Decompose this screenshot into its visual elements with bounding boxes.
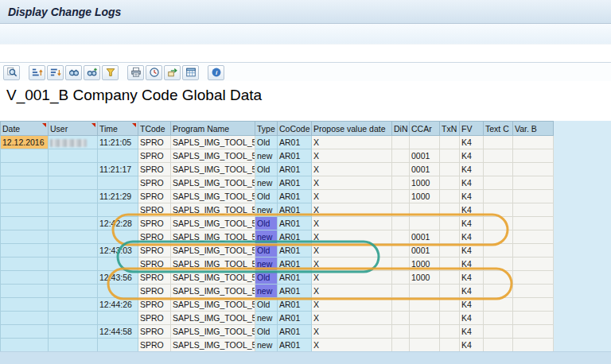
- cell-propose[interactable]: X: [312, 217, 392, 230]
- cell-cocode[interactable]: AR01: [278, 230, 312, 244]
- column-header-textc[interactable]: Text C: [484, 122, 513, 136]
- cell-date[interactable]: [1, 271, 49, 285]
- cell-din[interactable]: [392, 285, 410, 298]
- cell-tcode[interactable]: SPRO: [138, 244, 171, 258]
- cell-type[interactable]: new: [255, 258, 278, 271]
- cell-ccar[interactable]: [410, 203, 440, 217]
- cell-program[interactable]: SAPLS_IMG_TOOL_5: [171, 190, 255, 203]
- cell-propose[interactable]: X: [312, 339, 392, 352]
- cell-date[interactable]: [1, 298, 49, 312]
- cell-textc[interactable]: [484, 285, 513, 298]
- cell-user[interactable]: [49, 149, 98, 163]
- cell-fv[interactable]: K4: [460, 149, 484, 163]
- cell-ccar[interactable]: [410, 312, 440, 325]
- cell-type[interactable]: Old: [255, 190, 278, 203]
- cell-type[interactable]: new: [255, 230, 278, 244]
- cell-varb[interactable]: [513, 244, 554, 258]
- cell-propose[interactable]: X: [312, 271, 392, 285]
- cell-propose[interactable]: X: [312, 244, 392, 258]
- cell-user[interactable]: [49, 176, 98, 190]
- cell-din[interactable]: [392, 325, 410, 339]
- cell-propose[interactable]: X: [312, 163, 392, 176]
- export-button[interactable]: [164, 65, 181, 80]
- cell-fv[interactable]: K4: [460, 217, 484, 230]
- cell-varb[interactable]: [513, 271, 554, 285]
- cell-date[interactable]: [1, 217, 49, 230]
- cell-type[interactable]: Old: [255, 217, 278, 230]
- info-button[interactable]: i: [208, 65, 224, 80]
- cell-cocode[interactable]: AR01: [278, 136, 312, 149]
- cell-user[interactable]: [49, 190, 98, 203]
- cell-cocode[interactable]: AR01: [278, 271, 312, 285]
- cell-tcode[interactable]: SPRO: [138, 217, 171, 230]
- cell-propose[interactable]: X: [312, 176, 392, 190]
- cell-fv[interactable]: K4: [460, 136, 484, 149]
- cell-din[interactable]: [392, 298, 410, 312]
- cell-time[interactable]: [98, 203, 138, 217]
- cell-varb[interactable]: [513, 339, 554, 352]
- cell-din[interactable]: [392, 312, 410, 325]
- cell-type[interactable]: new: [255, 285, 278, 298]
- cell-tcode[interactable]: SPRO: [138, 190, 171, 203]
- cell-propose[interactable]: X: [312, 325, 392, 339]
- cell-txn[interactable]: [440, 298, 460, 312]
- cell-varb[interactable]: [513, 149, 554, 163]
- cell-fv[interactable]: K4: [460, 325, 484, 339]
- cell-type[interactable]: Old: [255, 298, 278, 312]
- cell-tcode[interactable]: SPRO: [138, 258, 171, 271]
- column-header-din[interactable]: DiN: [392, 122, 410, 136]
- cell-date[interactable]: [1, 149, 49, 163]
- cell-date[interactable]: [1, 203, 49, 217]
- cell-program[interactable]: SAPLS_IMG_TOOL_5: [171, 285, 255, 298]
- cell-textc[interactable]: [484, 258, 513, 271]
- cell-type[interactable]: Old: [255, 271, 278, 285]
- cell-varb[interactable]: [513, 163, 554, 176]
- cell-user[interactable]: [49, 285, 98, 298]
- cell-txn[interactable]: [440, 312, 460, 325]
- cell-textc[interactable]: [484, 190, 513, 203]
- cell-tcode[interactable]: SPRO: [138, 176, 171, 190]
- cell-date[interactable]: [1, 190, 49, 203]
- cell-program[interactable]: SAPLS_IMG_TOOL_5: [171, 339, 255, 352]
- cell-txn[interactable]: [440, 339, 460, 352]
- cell-type[interactable]: new: [255, 149, 278, 163]
- cell-cocode[interactable]: AR01: [278, 285, 312, 298]
- cell-program[interactable]: SAPLS_IMG_TOOL_5: [171, 298, 255, 312]
- cell-varb[interactable]: [513, 190, 554, 203]
- cell-textc[interactable]: [484, 217, 513, 230]
- cell-user[interactable]: [49, 244, 98, 258]
- cell-time[interactable]: 12:43:56: [98, 271, 138, 285]
- cell-varb[interactable]: [513, 285, 554, 298]
- clock-button[interactable]: [146, 65, 162, 80]
- cell-type[interactable]: new: [255, 312, 278, 325]
- cell-textc[interactable]: [484, 298, 513, 312]
- cell-varb[interactable]: [513, 298, 554, 312]
- cell-user[interactable]: [49, 203, 98, 217]
- cell-txn[interactable]: [440, 258, 460, 271]
- cell-type[interactable]: new: [255, 203, 278, 217]
- cell-varb[interactable]: [513, 176, 554, 190]
- cell-type[interactable]: Old: [255, 244, 278, 258]
- cell-time[interactable]: [98, 339, 138, 352]
- cell-cocode[interactable]: AR01: [278, 203, 312, 217]
- cell-time[interactable]: [98, 149, 138, 163]
- cell-ccar[interactable]: [410, 339, 440, 352]
- cell-txn[interactable]: [440, 190, 460, 203]
- column-header-user[interactable]: User: [49, 122, 98, 136]
- choose-layout-button[interactable]: [182, 65, 199, 80]
- cell-textc[interactable]: [484, 230, 513, 244]
- cell-date[interactable]: [1, 258, 49, 271]
- cell-tcode[interactable]: SPRO: [138, 136, 171, 149]
- cell-varb[interactable]: [513, 312, 554, 325]
- filter-button[interactable]: [102, 65, 119, 80]
- cell-din[interactable]: [392, 136, 410, 149]
- cell-cocode[interactable]: AR01: [278, 163, 312, 176]
- cell-type[interactable]: Old: [255, 136, 278, 149]
- column-header-txn[interactable]: TxN: [440, 122, 460, 136]
- cell-time[interactable]: [98, 312, 138, 325]
- cell-time[interactable]: 11:21:29: [98, 190, 138, 203]
- cell-txn[interactable]: [440, 203, 460, 217]
- cell-cocode[interactable]: AR01: [278, 298, 312, 312]
- cell-user[interactable]: [49, 298, 98, 312]
- cell-varb[interactable]: [513, 136, 554, 149]
